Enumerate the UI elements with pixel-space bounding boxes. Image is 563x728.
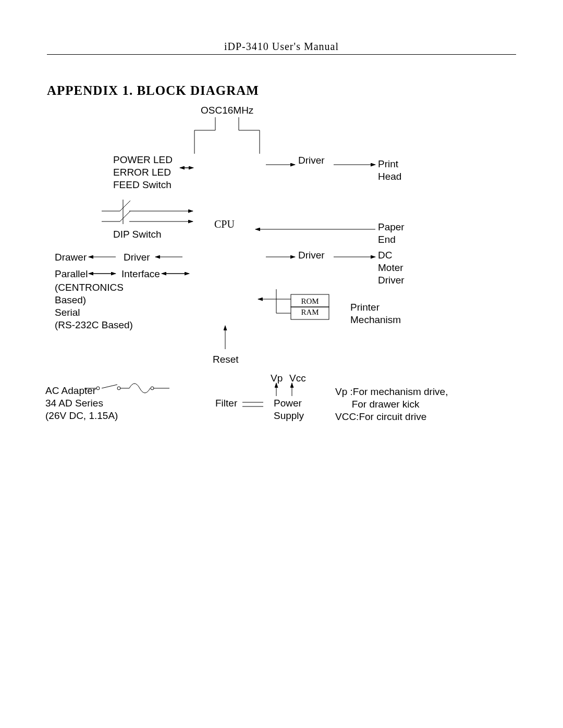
svg-line-13 [120,201,130,211]
label-ac-adapter: AC Adapter 34 AD Series (26V DC, 1.15A) [45,385,118,422]
svg-point-40 [151,387,154,390]
label-printer-mech: Printer Mechanism [350,301,401,326]
label-cpu: CPU [214,218,235,230]
label-vcc: Vcc [289,372,306,385]
label-centronics: (CENTRONICS Based) Serial (RS-232C Based… [55,281,133,331]
label-osc: OSC16MHz [201,104,253,117]
label-driver-right: Driver [298,249,325,262]
label-notes: Vp :For mechanism drive, For drawer kick… [335,386,448,423]
label-dc-motor: DC Moter Driver [378,249,405,287]
label-parallel: Parallel [55,268,88,280]
label-driver-top: Driver [298,154,325,167]
label-reset: Reset [213,353,239,366]
label-paper-end: Paper End [378,221,405,246]
page: iDP-3410 User's Manual APPENDIX 1. BLOCK… [0,0,563,728]
label-drawer: Drawer [55,251,87,264]
label-filter: Filter [215,397,237,410]
diagram-svg [0,0,563,728]
label-dip: DIP Switch [113,228,162,241]
label-interface: Interface [121,268,160,280]
label-vp: Vp [271,372,283,385]
label-power-supply: Power Supply [274,397,304,422]
label-driver-left: Driver [124,251,150,264]
label-print-head: Print Head [378,158,401,183]
label-leds: POWER LED ERROR LED FEED Switch [113,154,173,191]
label-ram: RAM [291,306,329,318]
svg-line-14 [120,211,130,221]
